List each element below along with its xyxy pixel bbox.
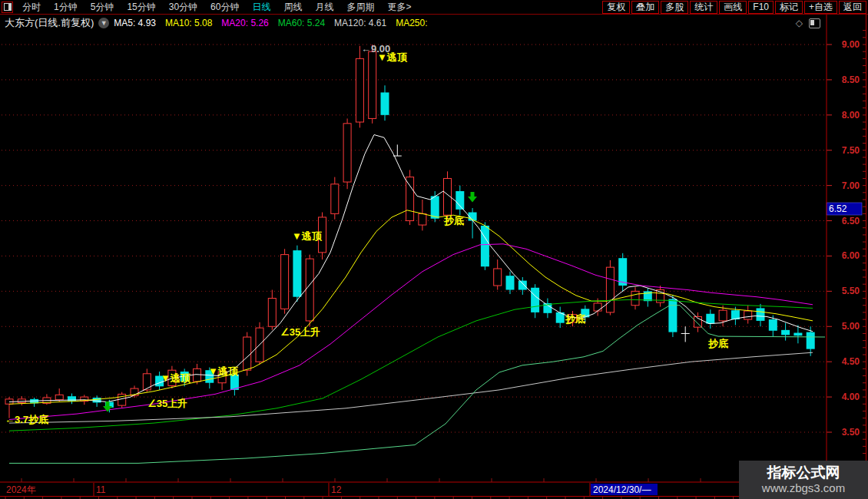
period-tab-1分钟[interactable]: 1分钟 [54,1,78,14]
buy-bottom-label: 抄底 [565,313,585,325]
trading-app-window: 分时1分钟5分钟15分钟30分钟60分钟日线周线月线多周期更多> 复权叠加多股统… [0,0,868,499]
candlestick-chart[interactable]: ←3.7抄底▼逃顶∠35上升▼逃顶∠35上升▼逃顶←9.00▼逃顶抄底抄底抄底9… [0,0,868,499]
ma-legend-MA10: MA10: 5.08 [165,18,212,28]
period-tab-5分钟[interactable]: 5分钟 [91,1,114,14]
period-tab-60分钟[interactable]: 60分钟 [210,1,239,14]
y-tick-label: 9.00 [842,39,860,50]
period-tab-周线[interactable]: 周线 [283,1,302,14]
chart-title-bar: 大东方(日线.前复权) ▼ MA5: 4.93MA10: 5.08MA20: 5… [0,15,868,31]
trend-up-label: ∠35上升 [280,326,320,338]
selected-date-tag: 2024/12/30/— [593,484,651,495]
period-tab-30分钟[interactable]: 30分钟 [169,1,197,14]
ma-legend-MA5: MA5: 4.93 [114,18,156,28]
diamond-icon[interactable]: ◇ [796,18,803,28]
tool-button-统计[interactable]: 统计 [690,1,717,14]
watermark-site-name: 指标公式网 [767,464,840,481]
tool-button-返回[interactable]: 返回 [839,1,866,14]
sell-top-label: ▼逃顶 [292,230,323,242]
period-menu-bar: 分时1分钟5分钟15分钟30分钟60分钟日线周线月线多周期更多> 复权叠加多股统… [0,0,868,15]
watermark-url: www.zbgs3.com [762,481,845,495]
line-MA10 [9,210,813,405]
sell-top-label: ▼逃顶 [377,51,408,63]
ma-legend-MA250: MA250: [396,18,427,28]
period-tab-15分钟[interactable]: 15分钟 [127,1,155,14]
sell-top-label: ▼逃顶 [208,365,239,377]
y-tick-label: 6.50 [842,216,860,226]
y-tick-label: 6.00 [842,250,860,261]
split-pane-icon[interactable] [809,18,820,28]
ma-legend-MA120: MA120: 4.61 [334,18,386,28]
stock-title: 大东方(日线.前复权) [5,16,94,30]
y-tick-label: 4.50 [842,356,860,367]
tool-button-+自选[interactable]: +自选 [804,1,837,14]
line-TREND [9,306,825,464]
line-MA20 [9,244,813,420]
ma-legend-MA20: MA20: 5.26 [221,18,268,28]
x-axis-label: 11 [96,484,106,495]
ma-legend-MA60: MA60: 5.24 [278,18,325,28]
ma-legend: MA5: 4.93MA10: 5.08MA20: 5.26MA60: 5.24M… [114,18,427,28]
buy-bottom-label: 抄底 [443,215,464,226]
y-tick-label: 5.00 [842,321,860,332]
sell-top-label: ▼逃顶 [161,372,191,384]
period-tab-日线[interactable]: 日线 [252,1,270,14]
x-axis-label: 2024年 [6,484,36,495]
period-tab-分时[interactable]: 分时 [22,1,41,14]
trend-up-label: ∠35上升 [147,398,187,409]
window-layout-icon[interactable] [2,2,13,13]
period-tab-更多>[interactable]: 更多> [387,1,411,14]
tool-button-标记[interactable]: 标记 [775,1,803,14]
buy-bottom-label: 抄底 [707,338,728,349]
y-tick-label: 3.50 [842,427,860,438]
y-tick-label: 7.50 [842,145,860,156]
x-axis-label: 12 [331,484,342,495]
tool-button-画线[interactable]: 画线 [719,1,747,14]
period-tab-多周期[interactable]: 多周期 [346,1,374,14]
y-tick-label: 7.00 [842,180,860,191]
line-MA60 [9,299,813,431]
buy-bottom-label: ←3.7抄底 [5,414,48,425]
tool-button-F10[interactable]: F10 [748,1,774,14]
buy-arrow [468,192,477,203]
tool-button-复权[interactable]: 复权 [602,1,630,14]
last-price-tag: 6.52 [829,203,847,214]
line-MA120 [9,352,813,423]
tool-button-多股[interactable]: 多股 [661,1,688,14]
watermark: 指标公式网 www.zbgs3.com [739,461,868,499]
tool-button-叠加[interactable]: 叠加 [631,1,659,14]
y-tick-label: 5.50 [842,286,860,296]
y-tick-label: 8.50 [842,74,860,85]
chevron-down-icon[interactable]: ▼ [98,18,109,28]
period-tab-月线[interactable]: 月线 [315,1,333,14]
toolbar-buttons: 复权叠加多股统计画线F10标记+自选返回 [602,1,866,14]
y-tick-label: 4.00 [842,392,860,402]
period-tabs: 分时1分钟5分钟15分钟30分钟60分钟日线周线月线多周期更多> [22,1,411,14]
y-tick-label: 8.00 [842,110,860,121]
